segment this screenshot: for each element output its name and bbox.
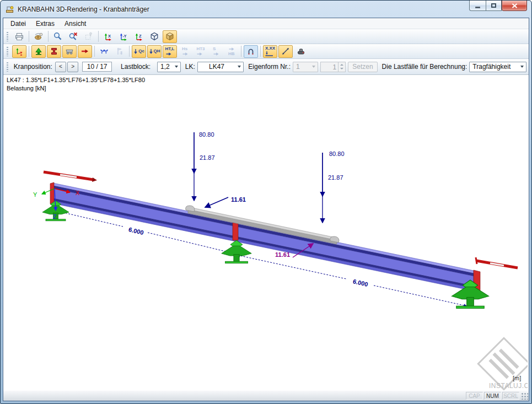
- lk-select[interactable]: LK47: [197, 62, 244, 72]
- load2-vertical2-label: 21.87: [328, 174, 343, 181]
- print-icon: [14, 31, 24, 41]
- load-arrows-button[interactable]: [78, 45, 92, 58]
- view-minus-y-icon: -Y: [119, 31, 128, 41]
- scene-3d[interactable]: 6.000 6.000: [6, 75, 528, 390]
- cross-section-button[interactable]: [47, 45, 61, 58]
- menu-ansicht[interactable]: Ansicht: [60, 19, 91, 29]
- separator: [98, 31, 99, 42]
- close-button[interactable]: [502, 1, 527, 11]
- wheel-loads-icon: [99, 46, 109, 56]
- arrow-right-icon: [165, 52, 172, 56]
- chevron-down-icon: [518, 62, 526, 72]
- maximize-button[interactable]: [486, 1, 502, 11]
- load-hb-icon: HB: [228, 47, 235, 56]
- print-button[interactable]: [12, 30, 26, 43]
- anchor-rod-left: [44, 172, 97, 182]
- arrow-right-icon: [196, 52, 203, 56]
- viewport-header: LK47 : 1.35*LF1+1.35*LF76+1.35*LF78+1.35…: [7, 76, 145, 93]
- chevron-down-icon: [173, 62, 180, 72]
- lk-label: LK:: [185, 63, 195, 71]
- svg-text:-Y: -Y: [123, 34, 127, 38]
- load-qh-icon: QH: [149, 48, 160, 55]
- load-s-icon: S: [213, 47, 219, 56]
- dimension-span1-label: 6.000: [128, 226, 144, 236]
- crane-trolley-button[interactable]: [62, 45, 77, 58]
- wheel-loads-button[interactable]: [97, 45, 111, 58]
- view-x-button[interactable]: X: [101, 30, 115, 43]
- load-ht3-icon: HT3: [196, 47, 205, 56]
- toolbar-grip[interactable]: [6, 46, 9, 56]
- load-combination-text: LK47 : 1.35*LF1+1.35*LF76+1.35*LF78+1.35…: [7, 76, 145, 84]
- chevron-down-icon: [310, 62, 318, 72]
- values-icon: X.XX: [265, 46, 275, 56]
- zoom-out-button[interactable]: [66, 30, 80, 43]
- supports-button[interactable]: [31, 45, 46, 58]
- coordinate-system-button[interactable]: [12, 45, 26, 58]
- kranposition-label: Kranposition:: [14, 63, 52, 71]
- view-isometric-button[interactable]: [147, 30, 162, 43]
- separator: [241, 46, 241, 57]
- caps-lock-indicator: CAP: [466, 392, 483, 400]
- resize-grip[interactable]: [520, 392, 528, 400]
- svg-text:X: X: [108, 34, 111, 39]
- lastblock-select[interactable]: 1,2: [157, 62, 181, 72]
- kranposition-prev-button[interactable]: <: [55, 62, 66, 72]
- load2-lateral-label: 11.61: [275, 251, 290, 258]
- beam-top-edge: [53, 186, 474, 276]
- dimension-arrow-icon: [281, 46, 291, 56]
- eigenform-select: 1: [293, 62, 318, 72]
- beam-bottom-edge: [53, 198, 474, 288]
- crane-runway-beam[interactable]: [50, 182, 480, 293]
- arrow-right-icon: [213, 52, 219, 56]
- status-bar: CAP NUM SCRL: [3, 390, 529, 401]
- view-minus-y-button[interactable]: -Y: [116, 30, 131, 43]
- stamp-button[interactable]: [294, 45, 308, 58]
- eigenform-spinner: 1: [320, 62, 346, 72]
- view-perspective-button[interactable]: [163, 30, 177, 43]
- toolbar-grip[interactable]: [6, 31, 9, 41]
- title-bar[interactable]: KRANBAHN 3D-Rendering - Kranbahnträger: [1, 1, 531, 18]
- setzen-button: Setzen: [348, 62, 377, 72]
- unit-badge: [m]: [513, 375, 521, 381]
- render-settings-button[interactable]: [31, 30, 46, 43]
- load-htl-button[interactable]: HT,L: [163, 45, 177, 58]
- kranposition-next-button[interactable]: >: [67, 62, 78, 72]
- isometric-cube-icon: [149, 31, 159, 41]
- values-button[interactable]: X.XX: [263, 45, 277, 58]
- menu-datei[interactable]: Datei: [6, 19, 31, 29]
- client-area: Datei Extras Ansicht: [3, 18, 529, 401]
- zoom-in-button[interactable]: [51, 30, 65, 43]
- axis-y-label: Y: [33, 191, 37, 198]
- load-htl-icon: HT,L: [165, 47, 175, 56]
- kranposition-value: 10 / 17: [82, 62, 112, 72]
- view-z-button[interactable]: Z: [132, 30, 146, 43]
- eigenform-label: Eigenform Nr.:: [248, 63, 291, 71]
- load-s-button: S: [209, 45, 223, 58]
- view-z-icon: Z: [134, 31, 144, 41]
- render-viewport[interactable]: LK47 : 1.35*LF1+1.35*LF76+1.35*LF78+1.35…: [3, 75, 529, 390]
- load-qh-button[interactable]: QH: [147, 45, 162, 58]
- zoom-out-icon: [68, 31, 78, 41]
- perspective-cube-icon: [165, 31, 175, 41]
- load-unit-text: Belastung [kN]: [7, 84, 145, 93]
- anchor-rod-right: [476, 257, 518, 268]
- berechnung-select[interactable]: Tragfähigkeit: [469, 62, 526, 72]
- toolbar-display: Qc QH HT,L Hs: [3, 44, 529, 59]
- arrow-down-icon: [133, 48, 138, 55]
- menu-extras[interactable]: Extras: [31, 19, 60, 29]
- coordinate-system-icon: [14, 46, 24, 56]
- toolbar-view: X -Y Z: [3, 29, 529, 44]
- buffer-button[interactable]: [244, 45, 258, 58]
- load2-vertical-label: 80.80: [329, 150, 345, 157]
- dimensions-button[interactable]: [278, 45, 293, 58]
- separator: [260, 46, 261, 57]
- toolbar-grip[interactable]: [6, 62, 9, 72]
- load-qc-button[interactable]: Qc: [132, 45, 146, 58]
- separator: [29, 46, 29, 57]
- dimension-span2-label: 6.000: [352, 278, 368, 288]
- zoom-window-icon: [84, 31, 94, 41]
- separator: [94, 46, 95, 57]
- watermark-text: INSTALUJ.CZ: [489, 382, 528, 390]
- spinner-arrows-icon: [338, 62, 345, 72]
- minimize-button[interactable]: [469, 1, 486, 11]
